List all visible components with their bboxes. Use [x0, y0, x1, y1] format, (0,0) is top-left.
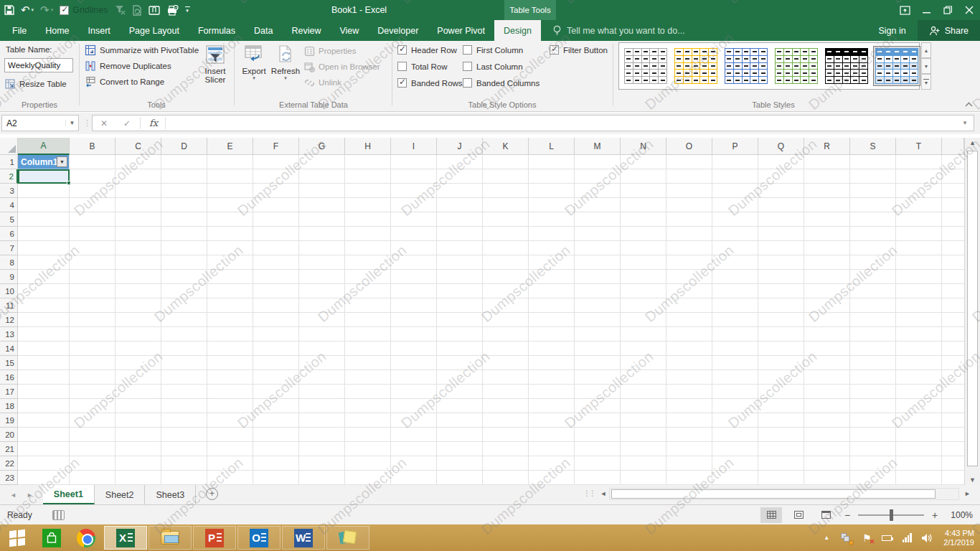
row-header-23[interactable]: 23 [0, 471, 18, 485]
column-header-l[interactable]: L [529, 138, 575, 155]
column-header-f[interactable]: F [253, 138, 299, 155]
checkbox-last-column[interactable] [463, 62, 472, 71]
zoom-out-icon[interactable]: − [842, 509, 852, 521]
collapse-ribbon-icon[interactable] [963, 100, 974, 108]
column-header-p[interactable]: P [712, 138, 758, 155]
cell-a16[interactable] [18, 370, 70, 385]
horizontal-scroll-thumb[interactable] [611, 489, 936, 499]
unlink-button[interactable]: Unlink [304, 75, 341, 90]
tab-file[interactable]: File [3, 20, 36, 41]
column-header-b[interactable]: B [70, 138, 116, 155]
sync-icon[interactable] [840, 532, 853, 545]
cell-a5[interactable] [18, 212, 70, 227]
row-header-1[interactable]: 1 [0, 155, 18, 169]
sheet-nav-left-icon[interactable]: ◄ [10, 491, 17, 499]
sign-in-button[interactable]: Sign in [867, 26, 917, 36]
action-center-icon[interactable]: ⚑✕ [860, 532, 873, 545]
cell-a6[interactable] [18, 227, 70, 241]
horizontal-scrollbar[interactable]: ◄ ► [598, 486, 971, 501]
row-header-11[interactable]: 11 [0, 298, 18, 313]
column-header-r[interactable]: R [804, 138, 850, 155]
cell-a23[interactable] [18, 471, 70, 485]
table-style-blue[interactable] [723, 47, 769, 85]
table-style-green[interactable] [773, 47, 819, 85]
checkbox-total-row[interactable] [397, 62, 407, 71]
open-in-browser-button[interactable]: Open in Browser [304, 60, 380, 74]
save-icon[interactable] [4, 5, 14, 15]
attach-icon[interactable] [149, 5, 160, 16]
taskbar-start-icon[interactable] [0, 524, 34, 551]
refresh-button[interactable]: Refresh ▾ [270, 43, 301, 81]
minimize-icon[interactable] [915, 0, 937, 20]
column-header-k[interactable]: K [483, 138, 529, 155]
properties-button[interactable]: Properties [304, 44, 356, 58]
zoom-level[interactable]: 100% [946, 510, 973, 520]
taskbar-store-icon[interactable] [34, 524, 69, 551]
tab-home[interactable]: Home [36, 20, 78, 41]
cell-a8[interactable] [18, 255, 70, 270]
column-header-g[interactable]: G [299, 138, 345, 155]
remove-duplicates-button[interactable]: Remove Duplicates [85, 59, 171, 73]
column-header-n[interactable]: N [621, 138, 666, 155]
refresh-page-icon[interactable] [132, 5, 142, 16]
zoom-slider[interactable] [858, 514, 924, 516]
normal-view-icon[interactable] [760, 507, 782, 523]
gallery-more-icon[interactable]: ▼ [921, 74, 931, 90]
cell-a4[interactable] [18, 198, 70, 212]
cell-a3[interactable] [18, 184, 70, 198]
sheet-nav-right-icon[interactable]: ► [27, 491, 33, 499]
print-icon[interactable] [166, 5, 179, 16]
row-header-13[interactable]: 13 [0, 327, 18, 342]
cell-a12[interactable] [18, 313, 70, 327]
column-header-s[interactable]: S [850, 138, 896, 155]
row-header-3[interactable]: 3 [0, 184, 18, 198]
cell-a13[interactable] [18, 327, 70, 342]
checkbox-first-column[interactable] [463, 45, 472, 55]
macro-record-icon[interactable] [52, 510, 65, 520]
row-header-21[interactable]: 21 [0, 442, 18, 456]
active-cell-a2[interactable] [18, 169, 70, 184]
select-all-corner[interactable] [0, 138, 18, 155]
column-header-o[interactable]: O [666, 138, 712, 155]
row-header-9[interactable]: 9 [0, 270, 18, 284]
taskbar-outlook-icon[interactable]: O [237, 526, 281, 550]
cell-a18[interactable] [18, 399, 70, 413]
sheet-tab-sheet2[interactable]: Sheet2 [95, 485, 146, 504]
horizontal-splitter[interactable]: ⋮⋮ [583, 489, 595, 497]
network-signal-icon[interactable] [900, 532, 913, 545]
page-break-view-icon[interactable] [815, 507, 837, 523]
share-button[interactable]: Share [918, 20, 980, 41]
formula-bar[interactable]: ✕ ✓ fx ▼ [92, 115, 974, 131]
row-header-7[interactable]: 7 [0, 241, 18, 255]
row-header-6[interactable]: 6 [0, 227, 18, 241]
row-header-15[interactable]: 15 [0, 356, 18, 370]
column-header-t[interactable]: T [896, 138, 942, 155]
export-button[interactable]: Export ▾ [238, 43, 270, 81]
table-header-cell-a1[interactable]: Column1▼ [18, 155, 70, 169]
close-icon[interactable] [958, 0, 980, 20]
tray-expand-icon[interactable]: ▲ [820, 532, 833, 545]
formula-bar-splitter[interactable]: ⋮ [83, 118, 91, 128]
row-header-12[interactable]: 12 [0, 313, 18, 327]
column-header-d[interactable]: D [161, 138, 207, 155]
ribbon-display-icon[interactable] [894, 0, 915, 20]
tab-formulas[interactable]: Formulas [189, 20, 245, 41]
redo-button[interactable]: ↷▾ [40, 4, 53, 17]
cells-area[interactable] [70, 155, 964, 485]
table-style-blue-medium[interactable] [874, 47, 920, 85]
zoom-in-icon[interactable]: + [930, 509, 940, 521]
option-header-row[interactable]: Header Row [397, 44, 457, 56]
column-header-i[interactable]: I [391, 138, 437, 155]
tell-me-box[interactable]: Tell me what you want to do... [552, 20, 685, 41]
qat-customize-icon[interactable]: ▾ [185, 6, 190, 14]
gallery-scroll-down-icon[interactable]: ▼ [921, 58, 931, 74]
vertical-scrollbar[interactable]: ▲ ▼ [964, 138, 980, 485]
power-icon[interactable] [880, 532, 893, 545]
taskbar-word-icon[interactable]: W [282, 526, 325, 550]
cell-a14[interactable] [18, 342, 70, 356]
option-banded-columns[interactable]: Banded Columns [463, 77, 540, 89]
name-box-dropdown-icon[interactable]: ▼ [65, 120, 78, 126]
cell-a20[interactable] [18, 428, 70, 442]
column-header-q[interactable]: Q [758, 138, 804, 155]
summarize-with-pivottable-button[interactable]: Summarize with PivotTable [85, 43, 199, 57]
